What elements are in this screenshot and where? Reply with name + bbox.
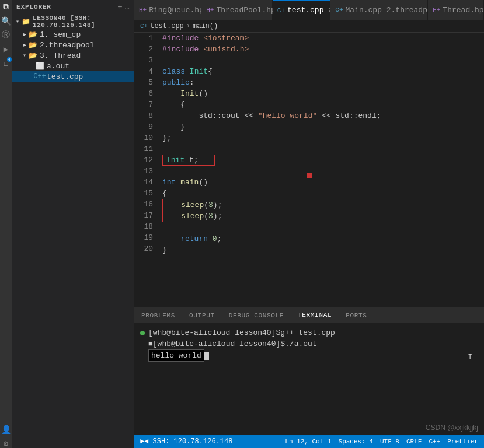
tab-threadpool[interactable]: H+ ThreadPool.hpp bbox=[201, 0, 273, 20]
line-num-13: 13 bbox=[137, 166, 153, 177]
tab-main2[interactable]: C+ Main.cpp 2.threadpool bbox=[330, 0, 428, 20]
problems-label: PROBLEMS bbox=[141, 312, 175, 319]
ports-label: PORTS bbox=[346, 312, 367, 319]
code-line-13 bbox=[162, 166, 484, 177]
code-line-4: class Init{ bbox=[162, 66, 484, 77]
aout-label: a.out bbox=[47, 62, 69, 71]
code-line-8: std::cout << "hello world" << std::endl; bbox=[162, 110, 484, 121]
editor[interactable]: 1 2 3 4 5 6 7 8 9 10 11 12 13 14 15 16 1… bbox=[134, 33, 484, 307]
line-num-15: 15 bbox=[137, 188, 153, 199]
sem-cp-icon: 📂 bbox=[28, 30, 37, 39]
line-num-17: 17 bbox=[137, 210, 153, 221]
sidebar-item-thread[interactable]: ▾ 📂 3. Thread bbox=[12, 50, 134, 61]
line-num-11: 11 bbox=[137, 144, 153, 155]
code-editor[interactable]: #include <iostream> #include <unistd.h> … bbox=[158, 33, 484, 307]
status-bar: ►◄ SSH: 120.78.126.148 Ln 12, Col 1 Spac… bbox=[134, 435, 484, 448]
main2-tab-icon: C+ bbox=[335, 6, 343, 13]
breadcrumb: C+ test.cpp › main() bbox=[134, 20, 484, 33]
status-eol[interactable]: CRLF bbox=[406, 438, 422, 445]
settings-icon[interactable]: ⚙ bbox=[1, 439, 11, 448]
test-tab-label: test.cpp bbox=[287, 6, 323, 15]
code-line-7: { bbox=[162, 99, 484, 110]
code-line-1: #include <iostream> bbox=[162, 33, 484, 44]
thread-icon: 📂 bbox=[28, 51, 37, 60]
status-ln-col[interactable]: Ln 12, Col 1 bbox=[285, 438, 331, 445]
terminal-prompt-1: [whb@bite-alicloud lesson40]$ bbox=[148, 327, 280, 338]
status-encoding[interactable]: UTF-8 bbox=[380, 438, 399, 445]
line-num-12: 12 bbox=[137, 155, 153, 166]
threadpool-arrow: ▶ bbox=[21, 41, 28, 48]
panel-tab-problems[interactable]: PROBLEMS bbox=[134, 307, 182, 323]
extensions-icon[interactable]: ◻ 1 bbox=[1, 58, 11, 68]
terminal-cursor-block bbox=[204, 352, 209, 360]
line-num-2: 2 bbox=[137, 44, 153, 55]
tab-bar: H+ RingQueue.hpp H+ ThreadPool.hpp C+ te… bbox=[134, 0, 484, 20]
terminal-line-2: ■ [whb@bite-alicloud lesson40]$ ./a.out bbox=[140, 338, 478, 349]
line-num-6: 6 bbox=[137, 88, 153, 99]
line-num-10: 10 bbox=[137, 132, 153, 144]
explorer-header: EXPLORER + … bbox=[12, 0, 134, 14]
status-spaces[interactable]: Spaces: 4 bbox=[339, 438, 373, 445]
account-icon[interactable]: 👤 bbox=[1, 425, 11, 434]
search-icon[interactable]: 🔍 bbox=[1, 16, 11, 26]
new-file-icon[interactable]: + bbox=[117, 2, 122, 12]
ringqueue-icon: H+ bbox=[139, 6, 147, 13]
line-num-1: 1 bbox=[137, 33, 153, 44]
terminal-prompt-2: ■ bbox=[148, 338, 153, 349]
code-line-9: } bbox=[162, 121, 484, 132]
git-icon[interactable]: Ⓡ bbox=[1, 30, 11, 40]
status-formatter[interactable]: Prettier bbox=[447, 438, 478, 445]
test-tab-icon: C+ bbox=[277, 7, 285, 14]
line-num-16: 16 bbox=[137, 199, 153, 210]
line-num-7: 7 bbox=[137, 99, 153, 110]
breadcrumb-symbol: main() bbox=[193, 22, 218, 30]
sidebar-item-aout[interactable]: ▶ ⬜ a.out bbox=[12, 61, 134, 71]
terminal-output-line: hello world bbox=[140, 349, 478, 362]
sidebar-item-sem-cp[interactable]: ▶ 📂 1. sem_cp bbox=[12, 29, 134, 40]
panel-tab-terminal[interactable]: TERMINAL bbox=[291, 307, 339, 323]
explorer-icon[interactable]: ⧉ bbox=[1, 2, 11, 12]
thread-hpp-label: Thread.hpp bbox=[443, 6, 484, 15]
status-remote[interactable]: ►◄ SSH: 120.78.126.148 bbox=[140, 438, 232, 446]
sidebar: EXPLORER + … ▾ 📁 LESSON40 [SSH: 120.78.1… bbox=[12, 0, 134, 448]
aout-icon: ⬜ bbox=[35, 61, 44, 71]
threadpool-label: 2.threadpool bbox=[40, 41, 95, 50]
tab-test-cpp[interactable]: C+ test.cpp × bbox=[273, 0, 330, 20]
sidebar-item-threadpool[interactable]: ▶ 📂 2.threadpool bbox=[12, 40, 134, 50]
ringqueue-label: RingQueue.hpp bbox=[149, 6, 208, 15]
tab-ringqueue[interactable]: H+ RingQueue.hpp bbox=[134, 0, 201, 20]
tab-thread-hpp[interactable]: H+ Thread.hpp bbox=[428, 0, 484, 20]
code-line-3 bbox=[162, 55, 484, 66]
new-folder-icon[interactable]: … bbox=[125, 2, 130, 12]
main2-tab-label: Main.cpp 2.threadpool bbox=[346, 6, 441, 15]
panel-tab-debug[interactable]: DEBUG CONSOLE bbox=[222, 307, 291, 323]
panel-tab-output[interactable]: OUTPUT bbox=[182, 307, 222, 323]
line-num-4: 4 bbox=[137, 66, 153, 77]
terminal-body[interactable]: [whb@bite-alicloud lesson40]$ g++ test.c… bbox=[134, 324, 484, 435]
code-line-15: { bbox=[162, 188, 484, 199]
terminal-cmd-2b: ./a.out bbox=[285, 338, 317, 349]
terminal-label: TERMINAL bbox=[298, 312, 332, 318]
breadcrumb-separator: › bbox=[186, 22, 190, 30]
debug-icon[interactable]: ▶ bbox=[1, 44, 11, 54]
sidebar-item-root[interactable]: ▾ 📁 LESSON40 [SSH: 120.78.126.148] bbox=[12, 14, 134, 29]
status-language[interactable]: C++ bbox=[429, 438, 440, 445]
sidebar-item-test-cpp[interactable]: ▶ C++ test.cpp bbox=[12, 71, 134, 82]
code-line-20: } bbox=[162, 244, 484, 256]
code-line-6: Init() bbox=[162, 88, 484, 99]
line-num-19: 19 bbox=[137, 232, 153, 243]
code-line-16: sleep(3); bbox=[163, 200, 232, 211]
panel-tab-ports[interactable]: PORTS bbox=[339, 307, 374, 323]
code-line-12: Init t; bbox=[162, 155, 215, 166]
code-line-5: public: bbox=[162, 77, 484, 88]
line-num-14: 14 bbox=[137, 177, 153, 188]
debug-label: DEBUG CONSOLE bbox=[229, 312, 284, 319]
code-line-18 bbox=[162, 222, 484, 233]
extension-badge: 1 bbox=[7, 57, 12, 62]
panel: PROBLEMS OUTPUT DEBUG CONSOLE TERMINAL P… bbox=[134, 307, 484, 435]
status-right: Ln 12, Col 1 Spaces: 4 UTF-8 CRLF C++ Pr… bbox=[285, 438, 478, 445]
terminal-cmd-1: g++ test.cpp bbox=[280, 327, 335, 338]
terminal-dot-1 bbox=[140, 331, 145, 335]
code-line-19: return 0; bbox=[162, 233, 484, 244]
code-line-14: int main() bbox=[162, 177, 484, 188]
